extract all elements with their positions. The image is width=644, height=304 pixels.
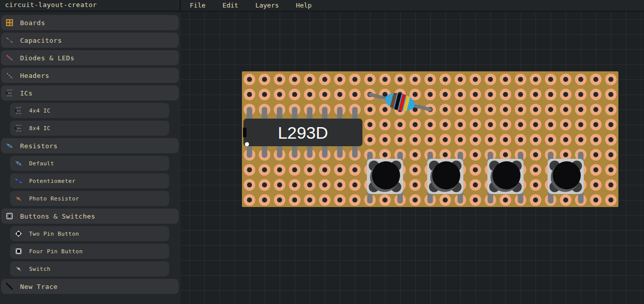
sidebar-item-label: New Trace bbox=[20, 283, 58, 290]
trace-icon bbox=[5, 282, 14, 291]
sidebar-item-8x4-ic[interactable]: 5558x4 IC bbox=[10, 121, 169, 136]
sidebar-item-buttons-switches[interactable]: Buttons & Switches bbox=[1, 209, 179, 224]
sidebar-item-label: Capacitors bbox=[20, 37, 62, 44]
sidebar-item-label: Photo Resistor bbox=[29, 195, 79, 202]
sidebar-item-label: Four Pin Button bbox=[29, 248, 83, 255]
sidebar-item-label: Diodes & LEDs bbox=[20, 54, 74, 62]
sidebar-item-label: 4x4 IC bbox=[29, 108, 51, 114]
sidebar-item-boards[interactable]: Boards bbox=[1, 15, 179, 30]
topbar: circuit-layout-creator FileEditLayersHel… bbox=[0, 0, 644, 12]
capacitor-icon bbox=[5, 36, 14, 45]
resistor-icon bbox=[5, 141, 14, 150]
sidebar-item-label: Two Pin Button bbox=[29, 231, 79, 237]
potentiometer-icon bbox=[14, 176, 23, 185]
svg-text:555: 555 bbox=[8, 92, 12, 94]
sidebar-item-new-trace[interactable]: New Trace bbox=[1, 279, 179, 294]
header-pins-icon bbox=[5, 71, 14, 80]
resistor-icon bbox=[14, 159, 23, 168]
sidebar-item-label: Potentiometer bbox=[29, 178, 76, 184]
menu-file[interactable]: File bbox=[190, 0, 205, 11]
sidebar-item-label: ICs bbox=[20, 89, 33, 97]
two-pin-button-icon bbox=[14, 229, 23, 238]
sidebar-item-ics[interactable]: 555ICs bbox=[1, 85, 179, 100]
sidebar-item-default[interactable]: Default bbox=[10, 156, 169, 171]
svg-text:555: 555 bbox=[17, 110, 21, 112]
component-palette: BoardsCapacitorsDiodes & LEDsHeaders555I… bbox=[0, 13, 181, 304]
sidebar-item-label: Boards bbox=[20, 19, 45, 27]
menu-layers[interactable]: Layers bbox=[255, 0, 279, 11]
sidebar-item-photo-resistor[interactable]: Photo Resistor bbox=[10, 191, 169, 206]
sidebar-item-label: Buttons & Switches bbox=[20, 213, 95, 220]
ic-icon: 555 bbox=[5, 88, 14, 97]
diode-icon bbox=[5, 53, 14, 62]
sidebar-item-switch[interactable]: Switch bbox=[10, 261, 169, 276]
sidebar-item-capacitors[interactable]: Capacitors bbox=[1, 33, 179, 48]
sidebar-item-label: Default bbox=[29, 160, 54, 167]
sidebar-item-four-pin-button[interactable]: Four Pin Button bbox=[10, 244, 169, 259]
four-pin-button-icon bbox=[14, 247, 23, 256]
push-button-icon bbox=[5, 212, 14, 221]
sidebar-item-two-pin-button[interactable]: Two Pin Button bbox=[10, 226, 169, 241]
sidebar-item-resistors[interactable]: Resistors bbox=[1, 138, 179, 153]
switch-icon bbox=[14, 264, 23, 273]
sidebar-item-label: Resistors bbox=[20, 142, 58, 150]
sidebar-item-diodes-leds[interactable]: Diodes & LEDs bbox=[1, 50, 179, 65]
menu-help[interactable]: Help bbox=[296, 0, 312, 11]
menu-edit[interactable]: Edit bbox=[222, 0, 238, 11]
layout-canvas[interactable]: L293D bbox=[181, 12, 644, 304]
board-icon bbox=[5, 18, 14, 27]
svg-text:555: 555 bbox=[17, 127, 21, 130]
ic-icon: 555 bbox=[14, 124, 23, 133]
ic-icon: 555 bbox=[14, 106, 23, 115]
sidebar-item-label: Headers bbox=[20, 72, 49, 79]
app-title: circuit-layout-creator bbox=[0, 0, 181, 11]
sidebar-item-4x4-ic[interactable]: 5554x4 IC bbox=[10, 103, 169, 118]
sidebar-item-potentiometer[interactable]: Potentiometer bbox=[10, 173, 169, 188]
sidebar-item-headers[interactable]: Headers bbox=[1, 68, 179, 83]
sidebar-item-label: 8x4 IC bbox=[29, 125, 51, 132]
menubar: FileEditLayersHelp bbox=[181, 0, 312, 11]
ic-label: L293D bbox=[278, 123, 328, 142]
photo-resistor-icon bbox=[14, 194, 23, 203]
app-window: circuit-layout-creator FileEditLayersHel… bbox=[0, 0, 644, 304]
sidebar-item-label: Switch bbox=[29, 266, 51, 272]
